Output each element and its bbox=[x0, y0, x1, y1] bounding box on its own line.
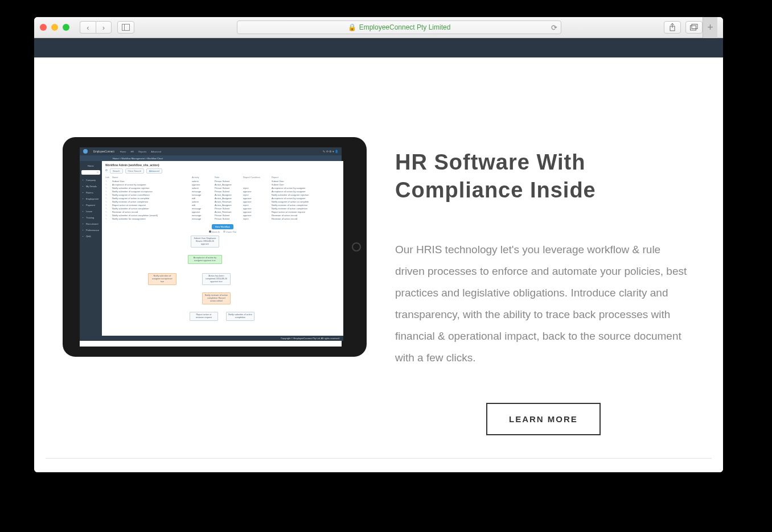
nav-home: Home bbox=[81, 163, 100, 168]
svg-rect-0 bbox=[122, 24, 130, 31]
toolbar: ⟳ Search Clear Search Advanced bbox=[105, 168, 340, 174]
page-content: EmployeeConnect Home HR Reports Advanced… bbox=[34, 38, 723, 472]
topnav-reports: Reports bbox=[138, 150, 146, 153]
table-row: ✎Submit UsersubmitPerson SubmitSubmit Us… bbox=[105, 180, 340, 183]
learn-more-button[interactable]: LEARN MORE bbox=[486, 403, 601, 435]
new-tab-button[interactable]: + bbox=[703, 17, 717, 38]
app-topbar: EmployeeConnect Home HR Reports Advanced… bbox=[80, 147, 342, 155]
app-body: Home ▪Company ▪My Details ▪Rooms ▪Employ… bbox=[80, 161, 342, 341]
content-row: EmployeeConnect Home HR Reports Advanced… bbox=[34, 57, 723, 458]
app-brand: EmployeeConnect bbox=[93, 150, 114, 153]
sidenav-item: ▪Payment bbox=[81, 202, 100, 208]
flow-node: Report action at reviewer request bbox=[190, 312, 218, 321]
sidenav-item: ▪Performance bbox=[81, 227, 100, 233]
sidebar-toggle-button[interactable] bbox=[117, 21, 134, 34]
section-body: Our HRIS technology let's you leverage w… bbox=[395, 239, 689, 369]
flowchart: Submit User Stephanie Hewes 2016-08-16 a… bbox=[105, 236, 340, 321]
table-row: ✎Notify submitter of action completionme… bbox=[105, 207, 340, 210]
forward-button[interactable]: › bbox=[96, 21, 112, 34]
app-sidenav: Home ▪Company ▪My Details ▪Rooms ▪Employ… bbox=[80, 161, 102, 341]
flow-node: Submit User Stephanie Hewes 2016-08-16 a… bbox=[191, 236, 219, 248]
address-label: EmployeeConnect Pty Limited bbox=[359, 23, 451, 31]
back-button[interactable]: ‹ bbox=[80, 21, 96, 34]
share-icon bbox=[669, 23, 676, 31]
flow-node: Notify reviewer of action completion Rec… bbox=[202, 292, 231, 304]
sidenav-item: ▪Rooms bbox=[81, 189, 100, 196]
minimize-icon[interactable] bbox=[51, 24, 58, 31]
site-header-band bbox=[34, 38, 723, 57]
advanced-button: Advanced bbox=[146, 168, 162, 174]
tabs-button[interactable] bbox=[685, 21, 703, 34]
view-workflow-button: View Workflow bbox=[212, 224, 233, 229]
sidebar-icon bbox=[122, 24, 130, 31]
section-divider bbox=[46, 458, 712, 459]
app-workarea: Workflow Admin (workflow_ohs_action) ⟳ S… bbox=[102, 161, 343, 341]
nav-buttons: ‹ › bbox=[80, 21, 112, 34]
window-controls bbox=[40, 24, 69, 31]
table-header: Link Name Activity Role Report Condition… bbox=[105, 176, 340, 179]
text-column: HR Software With Compliance Inside Our H… bbox=[395, 137, 689, 435]
sidenav-item: ▪Company bbox=[81, 177, 100, 183]
app-topnav: Home HR Reports Advanced bbox=[120, 150, 161, 153]
titlebar: ‹ › 🔒 EmployeeConnect Pty Limited ⟳ + bbox=[34, 17, 723, 38]
flow-node: Action has been completed 2016-08-16 app… bbox=[202, 273, 231, 285]
topnav-home: Home bbox=[120, 150, 126, 153]
table-row: ✎Notify reviewer of action completionsub… bbox=[105, 200, 340, 203]
svg-rect-3 bbox=[691, 26, 696, 30]
sidenav-item: ▪OHS bbox=[81, 233, 100, 240]
search-button: Search bbox=[110, 168, 123, 174]
table-row: ✎Notify submitter of assignee rejections… bbox=[105, 187, 340, 189]
app-top-icons: ✎ ⟳ ⚙ ▾ 👤 bbox=[323, 150, 338, 153]
tablet-home-button bbox=[352, 242, 361, 251]
table-row: ✎Notify submitter of action completion (… bbox=[105, 214, 340, 217]
flow-node: Acceptance of action by assignee approve… bbox=[188, 255, 222, 264]
table-row: ✎Reviewer of action recordapproveAction_… bbox=[105, 211, 340, 213]
app-copyright: Copyright © EmployeeConnect Pty Ltd. All… bbox=[102, 336, 343, 341]
clear-button: Clear Search bbox=[125, 168, 144, 174]
app-screenshot: EmployeeConnect Home HR Reports Advanced… bbox=[80, 147, 342, 347]
flow-node: Notify submitter of assignee acceptance … bbox=[148, 273, 176, 285]
tablet-mockup: EmployeeConnect Home HR Reports Advanced… bbox=[63, 137, 367, 357]
refresh-icon: ⟳ bbox=[105, 168, 108, 174]
topnav-hr: HR bbox=[130, 150, 134, 153]
app-breadcrumb: Home > Workflow Management > Workflow Ch… bbox=[80, 155, 342, 161]
app-logo-icon bbox=[83, 149, 88, 154]
flow-node: Notify submitter of action completion bbox=[226, 312, 254, 321]
table-row: ✎Notify assignee of action to completeed… bbox=[105, 197, 340, 200]
workflow-title: Workflow Admin (workflow_ohs_action) bbox=[105, 163, 340, 167]
safari-window: ‹ › 🔒 EmployeeConnect Pty Limited ⟳ + bbox=[34, 17, 723, 472]
share-button[interactable] bbox=[664, 21, 681, 34]
maximize-icon[interactable] bbox=[63, 24, 69, 31]
table-row: ✎Report action at reviewer requesteditAc… bbox=[105, 204, 340, 207]
tabs-icon bbox=[690, 24, 698, 31]
close-icon[interactable] bbox=[40, 24, 47, 31]
sidenav-item: ▪Employment bbox=[81, 196, 100, 202]
table-row: ✎Notify assignee of action cancellationm… bbox=[105, 193, 340, 196]
sidenav-search bbox=[81, 170, 100, 175]
sidenav-list: ▪Company ▪My Details ▪Rooms ▪Employment … bbox=[81, 177, 100, 240]
address-bar[interactable]: 🔒 EmployeeConnect Pty Limited ⟳ bbox=[237, 20, 561, 34]
section-heading: HR Software With Compliance Inside bbox=[395, 149, 689, 205]
svg-rect-4 bbox=[692, 24, 697, 29]
zoom-legend: Zoom In Zoom Out bbox=[105, 230, 340, 233]
reload-icon[interactable]: ⟳ bbox=[551, 23, 557, 32]
sidenav-item: ▪My Details bbox=[81, 183, 100, 189]
sidenav-item: ▪Leave bbox=[81, 208, 100, 215]
table-row: ✎Notify submitter of assignee acceptance… bbox=[105, 190, 340, 193]
table-row: ✎Notify submitter for reassignmentmessag… bbox=[105, 217, 340, 220]
right-toolbar bbox=[664, 21, 703, 34]
topnav-advanced: Advanced bbox=[151, 150, 161, 153]
table-row: ✎Acceptance of action by assigneeapprove… bbox=[105, 183, 340, 186]
table-body: ✎Submit UsersubmitPerson SubmitSubmit Us… bbox=[105, 180, 340, 220]
sidenav-item: ▪Recruitment bbox=[81, 221, 100, 227]
sidenav-item: ▪Training bbox=[81, 215, 100, 221]
lock-icon: 🔒 bbox=[348, 23, 356, 31]
